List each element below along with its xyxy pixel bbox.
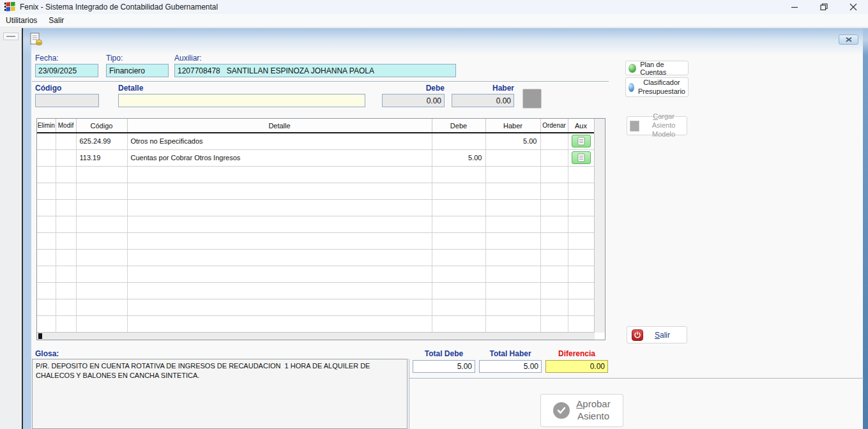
menubar: Utilitarios Salir bbox=[0, 14, 868, 27]
menu-item-utilitarios[interactable]: Utilitarios bbox=[0, 15, 43, 26]
col-header-modif: Modif bbox=[56, 119, 76, 133]
detalle-label: Detalle bbox=[118, 84, 143, 93]
debe-input[interactable]: 0.00 bbox=[382, 94, 445, 107]
panel-grip-handle[interactable] bbox=[3, 33, 19, 40]
col-header-debe: Debe bbox=[432, 119, 485, 133]
haber-input[interactable]: 0.00 bbox=[452, 94, 514, 107]
aux-detail-button[interactable] bbox=[572, 151, 591, 164]
application-window: Fenix - Sistema Integrado de Contabilida… bbox=[0, 0, 868, 429]
clasificador-label-line1: Clasificador bbox=[638, 79, 685, 87]
table-row-empty[interactable] bbox=[37, 299, 594, 315]
cargar-asiento-modelo-button[interactable]: Cargar Asiento Modelo bbox=[627, 116, 687, 135]
asiento-form-window: Fecha: Tipo: Auxiliar: 23/09/2025 Financ… bbox=[23, 28, 868, 429]
check-icon bbox=[553, 402, 570, 419]
table-row-empty[interactable] bbox=[37, 166, 594, 183]
asiento-grid: Elimin Modif Código Detalle Debe Haber O… bbox=[36, 118, 605, 340]
titlebar: Fenix - Sistema Integrado de Contabilida… bbox=[0, 0, 868, 14]
grid-vertical-scrollbar[interactable] bbox=[594, 119, 605, 333]
col-header-detalle: Detalle bbox=[127, 119, 432, 133]
tipo-label: Tipo: bbox=[106, 54, 123, 63]
grid-horizontal-scrollbar[interactable] bbox=[37, 332, 595, 340]
glosa-textarea[interactable]: P/R. DEPOSITO EN CUENTA ROTATIVA DE INGR… bbox=[32, 359, 407, 429]
scrollbar-thumb[interactable] bbox=[38, 333, 42, 339]
aprobar-label-line2: Asiento bbox=[576, 410, 610, 423]
haber-label: Haber bbox=[452, 84, 514, 93]
fecha-input[interactable]: 23/09/2025 bbox=[35, 64, 98, 77]
total-haber-label: Total Haber bbox=[479, 349, 542, 358]
col-header-elimin: Elimin bbox=[37, 119, 56, 133]
table-row-empty[interactable] bbox=[37, 232, 594, 249]
aprobar-label-line1: Aprobar bbox=[576, 398, 610, 410]
window-title: Fenix - Sistema Integrado de Contabilida… bbox=[20, 3, 218, 11]
blue-sphere-icon bbox=[628, 83, 634, 92]
menu-item-salir[interactable]: Salir bbox=[43, 15, 70, 26]
app-logo-icon bbox=[4, 2, 16, 12]
gray-square-icon bbox=[630, 121, 639, 132]
total-debe-label: Total Debe bbox=[413, 349, 475, 358]
cargar-label-line2: Modelo bbox=[643, 130, 684, 139]
table-row-empty[interactable] bbox=[37, 315, 594, 332]
aprobar-asiento-button[interactable]: Aprobar Asiento bbox=[540, 394, 623, 427]
codigo-label: Código bbox=[35, 84, 61, 93]
footer-separator bbox=[409, 378, 864, 379]
auxiliar-input[interactable]: 1207708478 SANTILLAN ESPINOZA JOHANNA PA… bbox=[174, 64, 456, 77]
auxiliar-label: Auxiliar: bbox=[174, 54, 202, 63]
detalle-input[interactable] bbox=[118, 94, 365, 107]
form-close-button[interactable] bbox=[839, 34, 858, 45]
cargar-label-line1: Cargar Asiento bbox=[643, 112, 684, 130]
grid-header-row: Elimin Modif Código Detalle Debe Haber O… bbox=[37, 119, 594, 133]
codigo-input[interactable] bbox=[35, 94, 99, 107]
minimize-button[interactable] bbox=[780, 0, 809, 14]
debe-label: Debe bbox=[382, 84, 445, 93]
clasificador-label-line2: Presupuestario bbox=[638, 87, 685, 96]
table-row-empty[interactable] bbox=[37, 282, 594, 299]
col-header-aux: Aux bbox=[568, 119, 594, 133]
separator-line bbox=[32, 81, 609, 82]
close-button[interactable] bbox=[839, 0, 868, 14]
aux-detail-button[interactable] bbox=[572, 135, 591, 147]
salir-button[interactable]: Salir bbox=[627, 326, 687, 343]
table-row-empty[interactable] bbox=[37, 199, 594, 216]
tipo-input[interactable]: Financiero bbox=[106, 64, 169, 77]
table-row[interactable]: 625.24.99 Otros no Especificados 5.00 bbox=[37, 133, 594, 149]
window-left-edge bbox=[23, 28, 31, 429]
table-row-empty[interactable] bbox=[37, 216, 594, 232]
window-header-band bbox=[23, 28, 868, 55]
glosa-label: Glosa: bbox=[35, 349, 59, 358]
power-icon bbox=[632, 329, 643, 341]
document-coins-icon bbox=[29, 33, 43, 46]
total-haber-field: 5.00 bbox=[479, 360, 542, 373]
restore-button[interactable] bbox=[809, 0, 839, 14]
diferencia-label: Diferencia bbox=[545, 349, 608, 358]
plan-de-cuentas-button[interactable]: Plan de Cuentas bbox=[625, 61, 689, 75]
green-sphere-icon bbox=[628, 64, 636, 73]
diferencia-field: 0.00 bbox=[545, 360, 608, 373]
col-header-codigo: Código bbox=[76, 119, 127, 133]
salir-label: Salir bbox=[655, 331, 670, 340]
table-row-empty[interactable] bbox=[37, 266, 594, 282]
total-debe-field: 5.00 bbox=[413, 360, 475, 373]
clasificador-presupuestario-button[interactable]: Clasificador Presupuestario bbox=[625, 77, 689, 97]
footer-divider bbox=[409, 359, 409, 429]
plan-de-cuentas-label: Plan de Cuentas bbox=[640, 61, 685, 76]
color-square-button[interactable] bbox=[522, 89, 542, 109]
table-row[interactable]: 113.19 Cuentas por Cobrar Otros Ingresos… bbox=[37, 149, 594, 166]
col-header-ordenar: Ordenar bbox=[540, 119, 568, 133]
table-row-empty[interactable] bbox=[37, 183, 594, 199]
fecha-label: Fecha: bbox=[35, 54, 59, 63]
window-right-edge bbox=[863, 28, 868, 429]
col-header-haber: Haber bbox=[485, 119, 540, 133]
table-row-empty[interactable] bbox=[37, 249, 594, 266]
left-panel bbox=[0, 28, 22, 429]
